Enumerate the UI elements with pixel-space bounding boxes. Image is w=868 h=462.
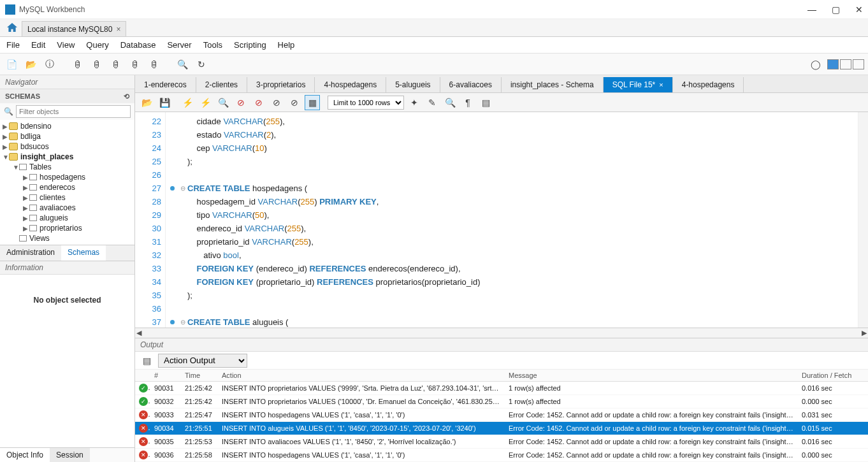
information-body: No object selected — [0, 275, 134, 326]
create-table-icon[interactable]: 🛢 — [89, 57, 105, 72]
output-row[interactable]: ✓9003121:25:42INSERT INTO proprietarios … — [135, 382, 868, 395]
close-icon[interactable]: × — [116, 25, 120, 34]
home-tab[interactable] — [3, 18, 22, 36]
menu-edit[interactable]: Edit — [31, 40, 45, 50]
toggle-sidebar[interactable] — [827, 59, 839, 69]
close-icon[interactable]: × — [659, 81, 663, 89]
minimize-button[interactable]: — — [807, 4, 816, 15]
open-sql-icon[interactable]: 📂 — [23, 57, 38, 72]
home-icon — [7, 23, 17, 32]
output-row[interactable]: ✓9003221:25:42INSERT INTO proprietarios … — [135, 395, 868, 408]
execute-current-icon[interactable]: ⚡ — [198, 95, 213, 110]
output-type-select[interactable]: Action Output — [158, 354, 247, 368]
create-schema-icon[interactable]: 🛢 — [70, 57, 85, 72]
wrap-icon[interactable]: ¶ — [460, 95, 475, 110]
tab-object-info[interactable]: Object Info — [0, 448, 50, 462]
output-table: #TimeActionMessageDuration / Fetch ✓9003… — [135, 370, 868, 462]
save-file-icon[interactable]: 💾 — [157, 95, 172, 110]
schemas-header-label: SCHEMAS — [5, 92, 40, 100]
editor-tab[interactable]: 3-proprietarios — [247, 77, 315, 92]
editor-tab[interactable]: 5-alugueis — [386, 77, 440, 92]
maximize-button[interactable]: ▢ — [832, 4, 840, 15]
editor-tab[interactable]: 4-hospedagens — [315, 77, 386, 92]
editor-tab[interactable]: SQL File 15*× — [604, 77, 673, 92]
invisible-icon[interactable]: 🔍 — [442, 95, 458, 110]
search-table-icon[interactable]: 🔍 — [175, 57, 190, 72]
editor-tab[interactable]: 4-hospedagens — [673, 77, 744, 92]
menu-query[interactable]: Query — [86, 40, 108, 50]
open-file-icon[interactable]: 📂 — [139, 95, 154, 110]
new-sql-tab-icon[interactable]: 📄 — [4, 57, 19, 72]
menu-tools[interactable]: Tools — [203, 40, 222, 50]
find-icon[interactable]: ✎ — [424, 95, 440, 110]
beautify-icon[interactable]: ✦ — [407, 95, 422, 110]
tree-node[interactable]: ▶enderecos — [0, 182, 134, 192]
tree-node[interactable]: ▶proprietarios — [0, 223, 134, 233]
tree-node[interactable]: ▼Tables — [0, 162, 134, 172]
snippets-icon[interactable]: ▤ — [478, 95, 493, 110]
tree-node[interactable]: ▶bdliga — [0, 131, 134, 141]
output-list-icon[interactable]: ▤ — [139, 353, 154, 368]
settings-gear-icon[interactable]: ◯ — [808, 57, 823, 72]
connection-tab[interactable]: Local instance MySQL80 × — [22, 21, 126, 36]
menu-scripting[interactable]: Scripting — [234, 40, 266, 50]
error-icon: ✕ — [139, 451, 148, 459]
tree-node[interactable]: Views — [0, 233, 134, 243]
menu-server[interactable]: Server — [167, 40, 191, 50]
output-title: Output — [135, 338, 868, 352]
app-title: MySQL Workbench — [19, 5, 807, 14]
editor-tab[interactable]: insight_places - Schema — [502, 77, 604, 92]
execute-icon[interactable]: ⚡ — [180, 95, 195, 110]
fold-column[interactable]: ⊖⊖ — [178, 112, 187, 328]
toggle-output[interactable] — [853, 59, 864, 69]
tree-node[interactable]: ▶avaliacoes — [0, 203, 134, 213]
create-view-icon[interactable]: 🛢 — [108, 57, 124, 72]
filter-input[interactable] — [16, 105, 131, 118]
menu-help[interactable]: Help — [278, 40, 295, 50]
toggle-1-icon[interactable]: ⊘ — [251, 95, 266, 110]
error-icon: ✕ — [139, 410, 148, 419]
reconnect-icon[interactable]: ↻ — [194, 57, 209, 72]
schema-tree[interactable]: ▶bdensino▶bdliga▶bdsucos▼insight_places▼… — [0, 120, 134, 245]
limit-rows-select[interactable]: Limit to 1000 rows — [328, 96, 404, 110]
close-button[interactable]: ✕ — [855, 4, 863, 15]
tree-node[interactable]: ▼insight_places — [0, 152, 134, 162]
explain-icon[interactable]: 🔍 — [215, 95, 231, 110]
toggle-secondary[interactable] — [840, 59, 851, 69]
tree-node[interactable]: ▶hospedagens — [0, 172, 134, 182]
refresh-icon[interactable]: ⟲ — [124, 92, 129, 101]
output-row[interactable]: ✕9003521:25:53INSERT INTO avaliacoes VAL… — [135, 435, 868, 449]
tree-node[interactable]: ▶bdsucos — [0, 141, 134, 152]
tab-schemas[interactable]: Schemas — [61, 245, 106, 261]
inspector-icon[interactable]: ⓘ — [42, 57, 57, 72]
tree-node[interactable]: ▶alugueis — [0, 213, 134, 223]
tab-session[interactable]: Session — [50, 448, 90, 462]
output-row[interactable]: ✕9003321:25:47INSERT INTO hospedagens VA… — [135, 408, 868, 422]
window-controls: — ▢ ✕ — [807, 4, 863, 15]
tree-node[interactable]: ▶clientes — [0, 192, 134, 203]
panel-toggles — [827, 59, 864, 69]
commit-icon[interactable]: ⊘ — [269, 95, 284, 110]
menu-view[interactable]: View — [57, 40, 75, 50]
sql-editor[interactable]: 22232425262728293031323334353637 ⊖⊖ cida… — [135, 112, 868, 328]
menu-file[interactable]: File — [6, 40, 20, 50]
output-row[interactable]: ✕9003621:25:58INSERT INTO hospedagens VA… — [135, 449, 868, 462]
navigator-panel: Navigator SCHEMAS ⟲ 🔍 ▶bdensino▶bdliga▶b… — [0, 75, 135, 462]
connection-tabstrip: Local instance MySQL80 × — [0, 19, 868, 37]
menu-database[interactable]: Database — [120, 40, 156, 50]
editor-vscroll[interactable] — [858, 112, 868, 328]
tab-administration[interactable]: Administration — [0, 245, 61, 261]
editor-tab[interactable]: 1-enderecos — [135, 77, 196, 92]
output-row[interactable]: ✕9003421:25:51INSERT INTO alugueis VALUE… — [135, 422, 868, 435]
create-sp-icon[interactable]: 🛢 — [127, 57, 143, 72]
create-func-icon[interactable]: 🛢 — [147, 57, 162, 72]
code-area[interactable]: cidade VARCHAR(255), estado VARCHAR(2), … — [187, 112, 858, 328]
main-toolbar: 📄 📂 ⓘ 🛢 🛢 🛢 🛢 🛢 🔍 ↻ ◯ — [0, 54, 868, 75]
stop-icon[interactable]: ⊘ — [233, 95, 249, 110]
editor-hscroll[interactable]: ◀▶ — [135, 328, 868, 338]
editor-tab[interactable]: 6-avaliacoes — [440, 77, 502, 92]
autocommit-icon[interactable]: ▦ — [305, 95, 320, 110]
tree-node[interactable]: ▶bdensino — [0, 121, 134, 131]
rollback-icon[interactable]: ⊘ — [287, 95, 302, 110]
editor-tab[interactable]: 2-clientes — [196, 77, 247, 92]
